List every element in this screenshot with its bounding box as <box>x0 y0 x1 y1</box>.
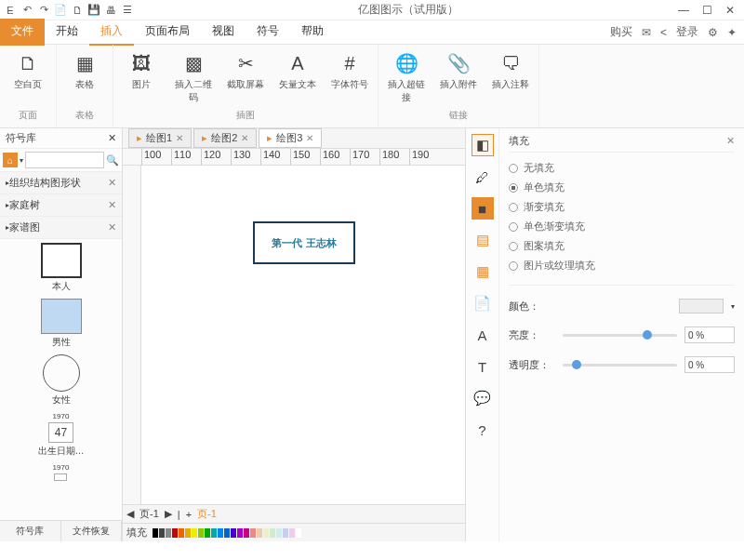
qat-button[interactable]: ↷ <box>37 4 50 17</box>
document-tab[interactable]: ▸绘图1✕ <box>128 128 192 148</box>
swatch[interactable] <box>166 528 171 538</box>
swatch[interactable] <box>172 528 178 538</box>
page-tab[interactable]: 页-1 <box>140 507 159 521</box>
ribbon-tab[interactable]: 插入 <box>89 19 134 46</box>
fill-type-radio[interactable]: 图片或纹理填充 <box>509 256 735 275</box>
swatch[interactable] <box>283 528 288 538</box>
swatch[interactable] <box>263 528 269 538</box>
close-icon[interactable]: ✕ <box>726 135 735 147</box>
color-swatches[interactable] <box>153 528 301 538</box>
org-node[interactable]: 第一代 王志林 <box>253 221 355 264</box>
ribbon-tab[interactable]: 开始 <box>45 19 89 46</box>
window-button[interactable]: — <box>678 4 689 17</box>
ribbon-tab[interactable]: 页面布局 <box>134 19 201 46</box>
shape-item[interactable]: 男性 <box>41 299 82 349</box>
ribbon-tab[interactable]: 视图 <box>201 19 246 46</box>
ribbon-button[interactable]: 🗋空白页 <box>6 48 50 93</box>
menu-right-item[interactable]: < <box>660 26 667 39</box>
qat-button[interactable]: ☰ <box>121 4 134 17</box>
swatch[interactable] <box>185 528 191 538</box>
fill-type-radio[interactable]: 单色渐变填充 <box>509 217 735 236</box>
ribbon-button[interactable]: ▦表格 <box>62 48 107 93</box>
property-tool[interactable]: 💬 <box>472 387 494 409</box>
search-input[interactable] <box>25 152 104 168</box>
fill-type-radio[interactable]: 图案填充 <box>509 236 735 256</box>
qat-button[interactable]: 📄 <box>54 4 67 17</box>
tab-file[interactable]: 文件 <box>0 19 45 46</box>
page-tab-right[interactable]: 页-1 <box>197 507 217 521</box>
document-tab[interactable]: ▸绘图3✕ <box>259 128 322 148</box>
ribbon-button[interactable]: ▩插入二维码 <box>171 48 216 106</box>
home-icon[interactable]: ⌂ <box>3 153 18 167</box>
swatch[interactable] <box>211 528 217 538</box>
swatch[interactable] <box>270 528 275 538</box>
property-tool[interactable]: ◧ <box>472 134 494 156</box>
chevron-down-icon[interactable]: ▾ <box>731 302 735 311</box>
window-button[interactable]: ✕ <box>725 4 735 17</box>
ribbon-button[interactable]: #字体符号 <box>327 48 372 93</box>
drawing-page[interactable]: 第一代 王志林 <box>141 166 465 504</box>
brightness-slider[interactable] <box>563 334 677 337</box>
swatch[interactable] <box>276 528 282 538</box>
add-page-icon[interactable]: + <box>186 509 192 520</box>
menu-right-item[interactable]: ✦ <box>727 26 737 39</box>
swatch[interactable] <box>289 528 295 538</box>
property-tool[interactable]: ▦ <box>472 260 494 283</box>
sidebar-tab[interactable]: 文件恢复 <box>61 521 123 541</box>
qat-button[interactable]: ↶ <box>20 4 33 17</box>
shape-item[interactable]: 本人 <box>41 243 82 293</box>
chevron-down-icon[interactable]: ▾ <box>20 156 23 165</box>
swatch[interactable] <box>244 528 249 538</box>
brightness-value[interactable]: 0 % <box>684 327 735 343</box>
property-tool[interactable]: 🖊 <box>472 166 494 188</box>
property-tool[interactable]: 📄 <box>472 292 494 314</box>
qat-button[interactable]: 🗋 <box>71 4 84 17</box>
menu-right-item[interactable]: ⚙ <box>708 26 718 39</box>
nav-prev-icon[interactable]: ◀ <box>126 508 134 520</box>
ribbon-button[interactable]: 📎插入附件 <box>436 48 481 93</box>
ribbon-button[interactable]: A矢量文本 <box>275 48 320 93</box>
swatch[interactable] <box>205 528 210 538</box>
swatch[interactable] <box>159 528 165 538</box>
fill-type-radio[interactable]: 无填充 <box>509 158 735 178</box>
property-tool[interactable]: T <box>472 355 494 378</box>
window-button[interactable]: ☐ <box>702 4 712 17</box>
property-tool[interactable]: ? <box>472 419 494 441</box>
ribbon-button[interactable]: 🗨插入注释 <box>488 48 533 93</box>
search-icon[interactable]: 🔍 <box>106 154 119 167</box>
fill-type-radio[interactable]: 渐变填充 <box>509 197 735 217</box>
canvas[interactable]: 第一代 王志林 <box>123 166 465 504</box>
swatch[interactable] <box>250 528 256 538</box>
menu-right-item[interactable]: 购买 <box>610 24 632 40</box>
ribbon-tab[interactable]: 符号 <box>246 19 290 46</box>
accordion-header[interactable]: ▸ 家庭树✕ <box>0 194 122 217</box>
ribbon-button[interactable]: ✂截取屏幕 <box>223 48 268 93</box>
swatch[interactable] <box>179 528 184 538</box>
menu-right-item[interactable]: 登录 <box>676 24 698 40</box>
ribbon-tab[interactable]: 帮助 <box>290 19 335 46</box>
swatch[interactable] <box>198 528 204 538</box>
qat-button[interactable]: 🖶 <box>104 4 117 17</box>
property-tool[interactable]: ▤ <box>472 229 494 251</box>
swatch[interactable] <box>153 528 158 538</box>
property-tool[interactable]: ■ <box>472 197 494 220</box>
swatch[interactable] <box>231 528 236 538</box>
qat-button[interactable]: 💾 <box>87 4 100 17</box>
swatch[interactable] <box>296 528 301 538</box>
swatch[interactable] <box>224 528 230 538</box>
opacity-value[interactable]: 0 % <box>684 356 735 373</box>
swatch[interactable] <box>257 528 262 538</box>
color-picker[interactable] <box>679 299 724 313</box>
accordion-header[interactable]: ▸ 家谱图✕ <box>0 217 122 239</box>
property-tool[interactable]: A <box>472 324 494 346</box>
opacity-slider[interactable] <box>563 364 677 367</box>
shape-item[interactable]: 197047出生日期… <box>38 412 85 458</box>
fill-type-radio[interactable]: 单色填充 <box>509 178 735 197</box>
shape-item[interactable]: 女性 <box>43 354 80 407</box>
ribbon-button[interactable]: 🖼图片 <box>119 48 164 93</box>
document-tab[interactable]: ▸绘图2✕ <box>193 128 257 148</box>
swatch[interactable] <box>192 528 197 538</box>
qat-button[interactable]: E <box>4 4 17 17</box>
accordion-header[interactable]: ▸ 组织结构图形状✕ <box>0 172 122 194</box>
nav-next-icon[interactable]: ▶ <box>165 508 172 520</box>
